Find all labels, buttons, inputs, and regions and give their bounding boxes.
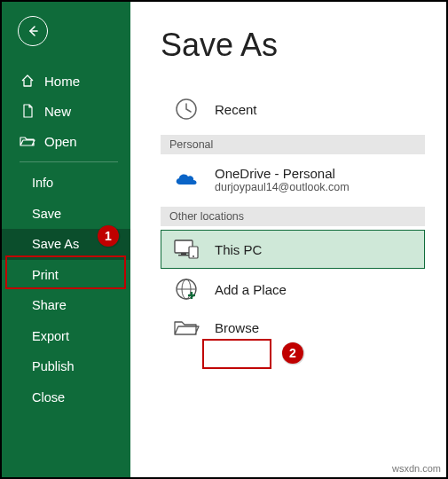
location-recent[interactable]: Recent xyxy=(161,89,425,130)
svg-rect-3 xyxy=(181,253,186,255)
backstage-frame: Home New Open Info Save Save As Print Sh… xyxy=(0,0,448,479)
nav-print-label: Print xyxy=(32,269,59,282)
page-title: Save As xyxy=(161,27,425,64)
nav-open[interactable]: Open xyxy=(2,126,130,156)
nav-publish[interactable]: Publish xyxy=(2,351,130,382)
callout-1: 1 xyxy=(98,225,119,247)
onedrive-email: durjoypaul14@outlook.com xyxy=(215,181,350,193)
location-this-pc[interactable]: This PC xyxy=(161,230,425,269)
location-browse[interactable]: Browse xyxy=(161,310,425,345)
nav-new[interactable]: New xyxy=(2,96,130,126)
add-place-label: Add a Place xyxy=(215,282,287,297)
onedrive-title: OneDrive - Personal xyxy=(215,166,350,181)
this-pc-icon xyxy=(170,238,202,261)
nav-print[interactable]: Print xyxy=(2,260,130,291)
nav-share-label: Share xyxy=(32,299,67,312)
open-folder-icon xyxy=(20,134,35,148)
browse-folder-icon xyxy=(170,318,202,337)
watermark: wsxdn.com xyxy=(392,463,441,474)
nav-home-label: Home xyxy=(44,75,80,88)
nav-home[interactable]: Home xyxy=(2,66,130,96)
nav-new-label: New xyxy=(44,105,71,118)
nav-share[interactable]: Share xyxy=(2,290,130,321)
main-panel: Save As Recent Personal OneDrive - Perso… xyxy=(130,2,446,477)
location-recent-label: Recent xyxy=(215,102,257,117)
callout-2: 2 xyxy=(282,342,303,364)
recent-clock-icon xyxy=(170,97,202,122)
nav-open-label: Open xyxy=(44,135,77,148)
onedrive-cloud-icon xyxy=(170,171,202,189)
svg-point-6 xyxy=(193,255,194,257)
this-pc-label: This PC xyxy=(215,242,262,257)
new-doc-icon xyxy=(20,104,35,118)
svg-rect-4 xyxy=(178,255,189,256)
section-other: Other locations xyxy=(161,207,425,226)
nav-info-label: Info xyxy=(32,177,53,190)
nav-save[interactable]: Save xyxy=(2,199,130,230)
nav-export-label: Export xyxy=(32,330,69,343)
nav-save-as-label: Save As xyxy=(32,238,79,251)
nav-close-label: Close xyxy=(32,391,65,404)
browse-label: Browse xyxy=(215,320,259,335)
location-onedrive[interactable]: OneDrive - Personal durjoypaul14@outlook… xyxy=(161,158,425,201)
location-add-place[interactable]: Add a Place xyxy=(161,269,425,310)
back-button[interactable] xyxy=(18,16,48,46)
onedrive-text: OneDrive - Personal durjoypaul14@outlook… xyxy=(215,166,350,193)
nav-separator xyxy=(20,161,118,162)
nav-export[interactable]: Export xyxy=(2,321,130,352)
home-icon xyxy=(20,74,35,88)
nav-close[interactable]: Close xyxy=(2,382,130,413)
back-arrow-icon xyxy=(26,24,40,38)
locations-list: Recent Personal OneDrive - Personal durj… xyxy=(161,89,425,345)
add-place-icon xyxy=(170,277,202,302)
nav-save-label: Save xyxy=(32,208,61,221)
nav-publish-label: Publish xyxy=(32,360,75,373)
nav-info[interactable]: Info xyxy=(2,168,130,199)
section-personal: Personal xyxy=(161,135,425,154)
